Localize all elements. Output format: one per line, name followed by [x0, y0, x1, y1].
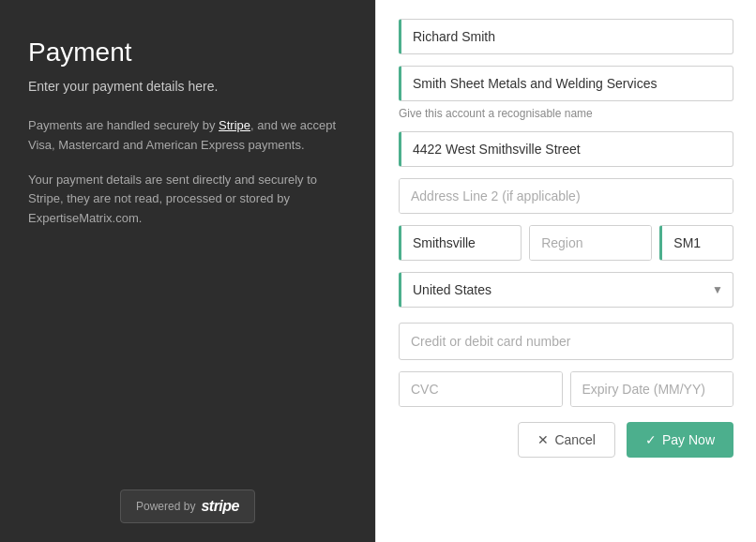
cvc-field-wrapper [399, 371, 563, 407]
zip-field-wrapper [659, 225, 733, 261]
cvc-input[interactable] [400, 372, 562, 406]
address1-input[interactable] [401, 132, 733, 166]
account-name-input[interactable] [401, 67, 733, 100]
name-field-wrapper [399, 19, 733, 54]
stripe-link[interactable]: Stripe [219, 118, 250, 132]
address2-input[interactable] [400, 179, 733, 213]
info-text-1: Payments are handled securely by Stripe,… [28, 116, 347, 156]
chevron-down-icon: ▼ [703, 283, 733, 296]
checkmark-icon: ✓ [645, 432, 657, 447]
expiry-input[interactable] [571, 372, 733, 406]
zip-input[interactable] [662, 226, 733, 260]
payment-title: Payment [28, 38, 347, 68]
city-input[interactable] [401, 226, 521, 260]
powered-by-label: Powered by [136, 500, 195, 513]
payment-subtitle: Enter your payment details here. [28, 79, 347, 94]
stripe-brand-label: stripe [201, 498, 239, 515]
region-input[interactable] [530, 226, 651, 260]
address2-field-wrapper [399, 178, 733, 214]
name-input[interactable] [401, 20, 733, 53]
cancel-icon: ✕ [537, 432, 549, 447]
country-select[interactable]: United States United Kingdom Canada Aust… [401, 273, 703, 307]
account-name-field-wrapper [399, 66, 733, 101]
expiry-field-wrapper [570, 371, 734, 407]
cancel-button[interactable]: ✕ Cancel [518, 422, 615, 458]
cancel-label: Cancel [554, 432, 596, 447]
region-field-wrapper [529, 225, 652, 261]
city-region-zip-row [399, 225, 733, 261]
right-panel: Give this account a recognisable name Un… [375, 0, 756, 542]
button-row: ✕ Cancel ✓ Pay Now [399, 422, 733, 458]
powered-badge: Powered by stripe [120, 489, 255, 523]
pay-button[interactable]: ✓ Pay Now [627, 422, 733, 458]
card-number-input[interactable] [411, 334, 721, 349]
city-field-wrapper [399, 225, 522, 261]
info-text-2: Your payment details are sent directly a… [28, 171, 347, 229]
card-number-wrapper [399, 323, 733, 360]
country-field-wrapper: United States United Kingdom Canada Aust… [399, 272, 733, 308]
pay-label: Pay Now [662, 432, 715, 447]
cvc-expiry-row [399, 371, 733, 407]
left-panel: Payment Enter your payment details here.… [0, 0, 375, 542]
account-name-hint: Give this account a recognisable name [399, 107, 733, 120]
address1-field-wrapper [399, 131, 733, 167]
